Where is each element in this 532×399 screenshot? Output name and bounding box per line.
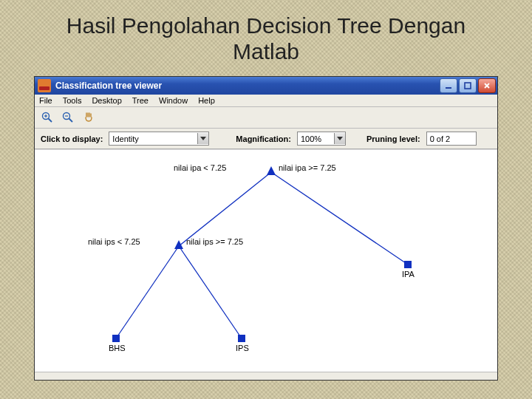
chevron-down-icon: [197, 133, 208, 144]
svg-rect-19: [404, 261, 412, 268]
svg-line-16: [179, 246, 242, 338]
tree-leaf-ips: IPS: [236, 344, 249, 352]
svg-marker-12: [337, 137, 343, 140]
icon-toolbar: [35, 107, 497, 129]
tree-node1-right-label: nilai ips >= 7.25: [186, 237, 243, 246]
svg-rect-0: [446, 87, 451, 89]
minimize-button[interactable]: [440, 78, 457, 93]
slide-title: Hasil Pengolahan Decision Tree Dengan Ma…: [34, 13, 498, 64]
zoom-in-icon[interactable]: [41, 111, 54, 124]
svg-marker-18: [174, 240, 183, 249]
statusbar: [35, 372, 497, 380]
window-titlebar: Classification tree viewer: [35, 77, 497, 95]
click-to-display-value: Identity: [112, 134, 138, 143]
tree-leaf-bhs: BHS: [109, 344, 126, 352]
menu-window[interactable]: Window: [159, 96, 188, 105]
chevron-down-icon: [334, 133, 345, 144]
tree-root-left-label: nilai ipa < 7.25: [174, 163, 226, 172]
maximize-button[interactable]: [459, 78, 477, 93]
svg-line-15: [116, 246, 179, 338]
app-window: Classification tree viewer File Tools De…: [34, 76, 498, 381]
matlab-icon: [38, 79, 51, 92]
close-button[interactable]: [478, 78, 496, 93]
menu-desktop[interactable]: Desktop: [92, 96, 121, 105]
menu-file[interactable]: File: [39, 96, 52, 105]
magnification-select[interactable]: 100%: [297, 132, 346, 146]
menu-help[interactable]: Help: [198, 96, 215, 105]
svg-line-9: [69, 119, 73, 123]
svg-line-14: [271, 172, 408, 265]
options-toolbar: Click to display: Identity Magnification…: [35, 129, 497, 149]
pruning-value: 0 of 2: [430, 134, 451, 143]
tree-root-right-label: nilai ipa >= 7.25: [279, 163, 336, 172]
window-title: Classification tree viewer: [55, 81, 440, 91]
svg-line-5: [49, 119, 52, 123]
click-to-display-select[interactable]: Identity: [109, 132, 209, 146]
pan-icon[interactable]: [82, 111, 95, 124]
tree-canvas: nilai ipa < 7.25 nilai ipa >= 7.25 nilai…: [35, 149, 497, 372]
magnification-label: Magnification:: [236, 134, 291, 143]
svg-rect-21: [238, 335, 245, 342]
menu-tools[interactable]: Tools: [63, 96, 82, 105]
click-to-display-label: Click to display:: [41, 134, 103, 143]
svg-rect-1: [465, 83, 471, 89]
pruning-value-box[interactable]: 0 of 2: [426, 132, 477, 146]
menu-tree[interactable]: Tree: [132, 96, 149, 105]
svg-rect-20: [112, 335, 120, 342]
tree-leaf-ipa: IPA: [402, 270, 415, 279]
zoom-out-icon[interactable]: [61, 111, 75, 124]
svg-marker-11: [200, 137, 206, 140]
svg-marker-17: [267, 166, 276, 175]
svg-line-13: [179, 172, 271, 246]
magnification-value: 100%: [301, 134, 321, 143]
tree-node1-left-label: nilai ips < 7.25: [88, 237, 140, 246]
pruning-label: Pruning level:: [366, 134, 420, 143]
menubar: File Tools Desktop Tree Window Help: [35, 95, 497, 107]
